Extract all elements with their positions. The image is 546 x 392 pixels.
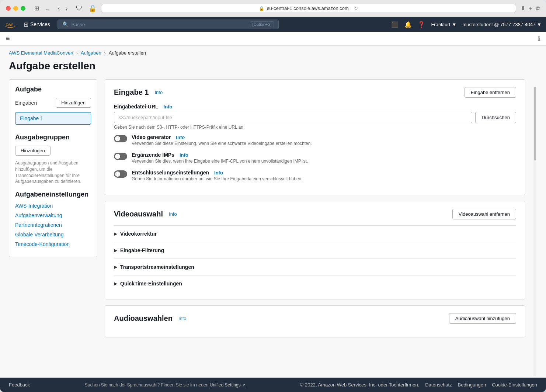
breadcrumb-parent[interactable]: Aufgaben — [81, 50, 101, 56]
url-input-row: Durchsuchen — [114, 112, 516, 123]
main-content: Eingabe 1 Info Eingabe entfernen Eingabe… — [105, 79, 525, 369]
video-generator-label-group: Video generator Info Verwenden Sie diese… — [132, 134, 312, 146]
decrypt-info-link[interactable]: Info — [214, 170, 223, 176]
eingabe-remove-btn[interactable]: Eingabe entfernen — [465, 87, 516, 98]
breadcrumb-home[interactable]: AWS Elemental MediaConvert — [9, 50, 73, 56]
services-btn[interactable]: ⊞ Services — [21, 20, 53, 30]
video-gen-info-link[interactable]: Info — [176, 135, 185, 140]
eingabe-card-header: Eingabe 1 Info Eingabe entfernen — [114, 87, 516, 98]
imp-info-link[interactable]: Info — [180, 152, 188, 158]
videoauswahl-remove-btn[interactable]: Videoauswahl entfernen — [452, 209, 516, 219]
mac-dots — [6, 6, 25, 11]
footer-cookie-link[interactable]: Cookie-Einstellungen — [492, 382, 537, 388]
settings-link-0[interactable]: AWS-Integration — [15, 203, 91, 209]
settings-link-1[interactable]: Aufgabenverwaltung — [15, 212, 91, 218]
reload-icon[interactable]: ↻ — [354, 6, 358, 11]
user-arrow: ▼ — [537, 22, 542, 27]
output-groups-add-btn[interactable]: Hinzufügen — [15, 146, 51, 156]
sidebar-toggle-chevron[interactable]: ⌄ — [44, 4, 51, 13]
search-input[interactable] — [72, 22, 247, 27]
info-btn[interactable]: ℹ — [538, 35, 540, 42]
videoauswahl-card: Videoauswahl Info Videoauswahl entfernen… — [105, 201, 525, 299]
page-title: Aufgabe erstellen — [0, 57, 546, 79]
settings-link-3[interactable]: Globale Verarbeitung — [15, 232, 91, 237]
accordion-item-0[interactable]: ▶ Videokorrektur — [114, 225, 516, 242]
accordion-item-2[interactable]: ▶ Transportstreameinstellungen — [114, 259, 516, 275]
aws-body: ≡ ℹ AWS Elemental MediaConvert › Aufgabe… — [0, 32, 546, 392]
audioauswahl-card-header: Audioauswahlen Info Audioauswahl hinzufü… — [114, 313, 516, 324]
audioauswahl-title-row: Audioauswahlen Info — [114, 314, 187, 323]
breadcrumb: AWS Elemental MediaConvert › Aufgaben › … — [0, 46, 546, 57]
audioauswahl-info-link[interactable]: Info — [178, 316, 187, 321]
extension-icon-privacy[interactable]: 🔒 — [88, 4, 97, 13]
settings-link-2[interactable]: Partnerintegrationen — [15, 222, 91, 228]
video-generator-desc: Verwenden Sie diese Einstellung, wenn Si… — [132, 141, 312, 146]
help-icon[interactable]: ❓ — [418, 21, 425, 28]
footer-links: Datenschutz Bedingungen Cookie-Einstellu… — [425, 382, 537, 388]
footer-feedback-link[interactable]: Feedback — [9, 382, 30, 388]
audioauswahl-card: Audioauswahlen Info Audioauswahl hinzufü… — [105, 305, 525, 337]
videoauswahl-info-link[interactable]: Info — [169, 211, 177, 217]
video-generator-toggle[interactable] — [114, 135, 127, 142]
region-arrow: ▼ — [452, 22, 456, 27]
close-dot[interactable] — [6, 6, 11, 11]
audioauswahl-add-btn[interactable]: Audioauswahl hinzufügen — [449, 313, 516, 324]
user-btn[interactable]: musterstudent @ 7577-7387-4047 ▼ — [462, 22, 542, 27]
eingabe-title-row: Eingabe 1 Info — [114, 88, 163, 97]
inputs-section: Eingaben Hinzufügen — [15, 98, 91, 108]
scrollbar-thumb[interactable] — [534, 87, 536, 160]
decrypt-row: Entschlüsselungseinstellungen Info Geben… — [114, 170, 516, 181]
settings-link-4[interactable]: Timecode-Konfiguration — [15, 241, 91, 247]
video-generator-label: Video generator Info — [132, 134, 312, 140]
bell-icon[interactable]: 🔔 — [404, 21, 412, 28]
grid-icon: ⊞ — [24, 21, 28, 28]
back-btn[interactable]: ‹ — [56, 4, 62, 13]
settings-title: Aufgabeneinstellungen — [15, 191, 91, 198]
mac-titlebar: ⊞ ⌄ ‹ › 🛡 🔒 🔒 eu-central-1.console.aws.a… — [0, 0, 546, 17]
minimize-dot[interactable] — [13, 6, 18, 11]
url-browse-btn[interactable]: Durchsuchen — [475, 112, 516, 123]
tabs-btn[interactable]: ⧉ — [536, 5, 540, 12]
forward-btn[interactable]: › — [63, 4, 70, 13]
region-btn[interactable]: Frankfurt ▼ — [431, 22, 456, 27]
eingabe-info-link[interactable]: Info — [154, 90, 163, 95]
new-tab-btn[interactable]: + — [529, 5, 532, 12]
sidebar-toggle-btn[interactable]: ⊞ — [33, 4, 41, 13]
eingabe-card: Eingabe 1 Info Eingabe entfernen Eingabe… — [105, 79, 525, 195]
audioauswahl-card-title: Audioauswahlen — [114, 314, 173, 323]
footer-unified-text: Unified Settings — [210, 382, 241, 388]
url-info-link[interactable]: Info — [164, 104, 173, 110]
cloud-shell-icon[interactable]: ⬛ — [391, 21, 399, 28]
address-bar[interactable]: 🔒 eu-central-1.console.aws.amazon.com ↻ — [101, 4, 516, 13]
footer-bedingungen-link[interactable]: Bedingungen — [458, 382, 486, 388]
search-bar[interactable]: 🔍 [Option+S] — [58, 20, 279, 29]
accordion-label-2: Transportstreameinstellungen — [120, 264, 194, 270]
imp-toggle[interactable] — [114, 153, 127, 160]
accordion-item-1[interactable]: ▶ Eingabe-Filterung — [114, 242, 516, 259]
url-input[interactable] — [114, 112, 472, 123]
sidebar-task-title: Aufgabe — [15, 86, 91, 93]
region-label: Frankfurt — [431, 22, 450, 27]
input-1-item[interactable]: Eingabe 1 — [15, 112, 91, 125]
mac-controls: ⊞ ⌄ — [33, 4, 51, 13]
accordion-item-3[interactable]: ▶ QuickTime-Einstellungen — [114, 275, 516, 292]
share-btn[interactable]: ⬆ — [521, 5, 525, 12]
decrypt-label: Entschlüsselungseinstellungen Info — [132, 170, 303, 176]
search-shortcut: [Option+S] — [250, 21, 274, 27]
footer-external-icon: ↗ — [242, 383, 245, 387]
imp-label: Ergänzende IMPs Info — [132, 152, 308, 158]
footer-datenschutz-link[interactable]: Datenschutz — [425, 382, 452, 388]
decrypt-toggle[interactable] — [114, 170, 127, 178]
videoauswahl-card-title: Videoauswahl — [114, 210, 163, 218]
hamburger-menu[interactable]: ≡ — [6, 35, 10, 42]
footer-unified-link[interactable]: Unified Settings ↗ — [210, 382, 245, 388]
videoauswahl-card-header: Videoauswahl Info Videoauswahl entfernen — [114, 209, 516, 219]
scrollbar[interactable] — [533, 79, 537, 369]
maximize-dot[interactable] — [21, 6, 25, 11]
output-groups-desc: Ausgabegruppen und Ausgaben hinzufügen, … — [15, 160, 91, 185]
breadcrumb-sep-2: › — [104, 51, 106, 56]
inputs-add-btn[interactable]: Hinzufügen — [56, 98, 91, 108]
extension-icon-shield[interactable]: 🛡 — [76, 4, 83, 12]
eingabe-card-title: Eingabe 1 — [114, 88, 149, 97]
url-field-group: Eingabedatei-URL Info Durchsuchen Geben … — [114, 104, 516, 130]
